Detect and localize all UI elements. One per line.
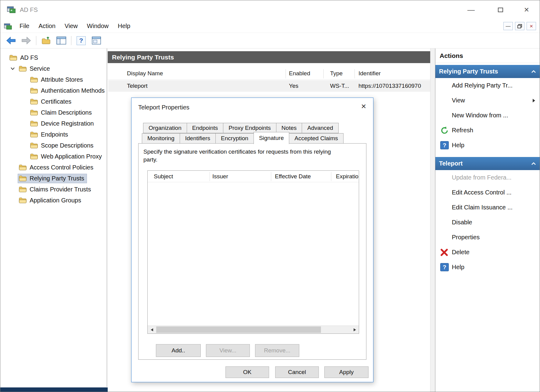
action-delete[interactable]: Delete: [435, 245, 540, 260]
tab-signature[interactable]: Signature: [254, 132, 289, 144]
tree-item-service[interactable]: Service: [0, 63, 107, 74]
back-button[interactable]: [5, 34, 17, 47]
chevron-up-icon[interactable]: [531, 70, 536, 73]
tree-item-scope-descriptions[interactable]: Scope Descriptions: [0, 140, 107, 151]
forward-button[interactable]: [20, 34, 33, 47]
teleport-properties-dialog: Teleport Properties × Organization Endpo…: [131, 98, 373, 382]
action-update-from-federation-metadata: Update from Federa...: [435, 170, 540, 185]
tree-item-endpoints[interactable]: Endpoints: [0, 129, 107, 140]
horizontal-scrollbar[interactable]: [148, 326, 359, 333]
tab-advanced[interactable]: Advanced: [302, 123, 339, 133]
add-button[interactable]: Add..: [156, 344, 201, 357]
menu-file[interactable]: File: [15, 23, 34, 30]
results-pane-title: Relying Party Trusts: [108, 51, 430, 63]
column-divider[interactable]: [210, 172, 210, 181]
tree-item-certificates[interactable]: Certificates: [0, 96, 107, 107]
tree-item-attribute-stores[interactable]: Attribute Stores: [0, 74, 107, 85]
column-header-expiration[interactable]: Expiration: [336, 171, 359, 182]
column-header-enabled[interactable]: Enabled: [289, 67, 310, 80]
mdi-restore-button[interactable]: [515, 22, 524, 30]
tab-endpoints[interactable]: Endpoints: [187, 123, 224, 133]
menu-view[interactable]: View: [60, 23, 82, 30]
column-header-display-name[interactable]: Display Name: [127, 67, 163, 80]
dialog-close-button[interactable]: ×: [358, 101, 369, 112]
tree-item-label: Certificates: [41, 98, 71, 105]
mdi-minimize-icon: —: [506, 23, 511, 29]
ok-button[interactable]: OK: [225, 366, 269, 378]
action-new-window-from-here[interactable]: New Window from ...: [435, 108, 540, 123]
menu-help[interactable]: Help: [113, 23, 135, 30]
show-console-tree-button[interactable]: [55, 34, 68, 47]
dialog-title: Teleport Properties: [138, 104, 189, 111]
column-header-effective-date[interactable]: Effective Date: [275, 171, 311, 182]
scrollbar-thumb[interactable]: [156, 326, 321, 333]
tree-item-label: Endpoints: [41, 131, 68, 138]
menu-window[interactable]: Window: [82, 23, 113, 30]
tab-identifiers[interactable]: Identifiers: [180, 133, 216, 144]
tab-encryption[interactable]: Encryption: [215, 133, 254, 144]
tree-item-application-groups[interactable]: Application Groups: [0, 195, 107, 206]
apply-button[interactable]: Apply: [324, 366, 369, 378]
minimize-button[interactable]: —: [462, 3, 480, 16]
action-help[interactable]: ? Help: [435, 138, 540, 153]
column-header-subject[interactable]: Subject: [154, 171, 173, 182]
tree-item-relying-party-trusts[interactable]: Relying Party Trusts: [0, 173, 107, 184]
scroll-right-button[interactable]: [351, 326, 359, 333]
actions-group-label: Teleport: [439, 160, 463, 167]
menu-action[interactable]: Action: [34, 23, 60, 30]
column-divider[interactable]: [286, 69, 286, 78]
action-disable[interactable]: Disable: [435, 215, 540, 230]
cancel-button[interactable]: Cancel: [275, 366, 319, 378]
column-header-type[interactable]: Type: [330, 67, 343, 80]
mdi-minimize-button[interactable]: —: [503, 22, 513, 30]
action-view[interactable]: View: [435, 93, 540, 108]
close-button[interactable]: ×: [518, 3, 535, 16]
delete-x-icon: [440, 248, 448, 256]
new-window-button[interactable]: [90, 34, 103, 47]
actions-group-relying-party-trusts[interactable]: Relying Party Trusts: [435, 65, 540, 78]
toolbar-separator: [71, 36, 71, 45]
action-edit-claim-issuance-policy[interactable]: Edit Claim Issuance ...: [435, 200, 540, 215]
tree-item-claim-descriptions[interactable]: Claim Descriptions: [0, 107, 107, 118]
close-icon: ×: [361, 102, 366, 111]
column-divider[interactable]: [331, 172, 331, 181]
column-divider[interactable]: [355, 69, 355, 78]
column-divider[interactable]: [271, 172, 271, 181]
action-properties[interactable]: Properties: [435, 230, 540, 245]
tab-monitoring[interactable]: Monitoring: [142, 133, 180, 144]
tree-item-authentication-methods[interactable]: Authentication Methods: [0, 85, 107, 96]
action-add-relying-party-trust[interactable]: Add Relying Party Tr...: [435, 78, 540, 93]
mdi-close-button[interactable]: ×: [527, 22, 536, 30]
tree-item-access-control-policies[interactable]: Access Control Policies: [0, 162, 107, 173]
toolbar: ?: [0, 33, 540, 48]
action-edit-access-control-policy[interactable]: Edit Access Control ...: [435, 185, 540, 200]
up-one-level-button[interactable]: [40, 34, 52, 47]
action-label: Edit Claim Issuance ...: [452, 204, 513, 211]
tree-item-claims-provider-trusts[interactable]: Claims Provider Trusts: [0, 184, 107, 195]
maximize-button[interactable]: [491, 3, 509, 16]
forward-arrow-icon: [21, 36, 31, 45]
column-header-identifier[interactable]: Identifier: [358, 67, 381, 80]
actions-group-teleport[interactable]: Teleport: [435, 157, 540, 170]
tab-organization[interactable]: Organization: [143, 123, 187, 133]
remove-button: Remove...: [255, 344, 299, 357]
tree-item-ad-fs[interactable]: AD FS: [0, 52, 107, 63]
scroll-left-button[interactable]: [148, 326, 156, 333]
tree-item-label: Attribute Stores: [41, 76, 83, 83]
tree-item-device-registration[interactable]: Device Registration: [0, 118, 107, 129]
mdi-window-controls: — ×: [503, 22, 536, 30]
tab-accepted-claims[interactable]: Accepted Claims: [289, 133, 344, 144]
tree-item-web-application-proxy[interactable]: Web Application Proxy: [0, 151, 107, 162]
column-divider[interactable]: [323, 69, 324, 78]
titlebar: AD FS — ×: [0, 0, 540, 20]
tab-notes[interactable]: Notes: [276, 123, 302, 133]
action-refresh[interactable]: Refresh: [435, 123, 540, 138]
tab-proxy-endpoints[interactable]: Proxy Endpoints: [223, 123, 276, 133]
chevron-down-icon[interactable]: [7, 67, 18, 70]
help-button[interactable]: ?: [75, 34, 88, 47]
chevron-up-icon[interactable]: [531, 162, 536, 165]
list-row-teleport[interactable]: Teleport Yes WS-T... https://10701337160…: [108, 80, 430, 92]
cell-enabled: Yes: [289, 80, 298, 92]
action-help-teleport[interactable]: ? Help: [435, 260, 540, 275]
column-header-issuer[interactable]: Issuer: [212, 171, 228, 182]
